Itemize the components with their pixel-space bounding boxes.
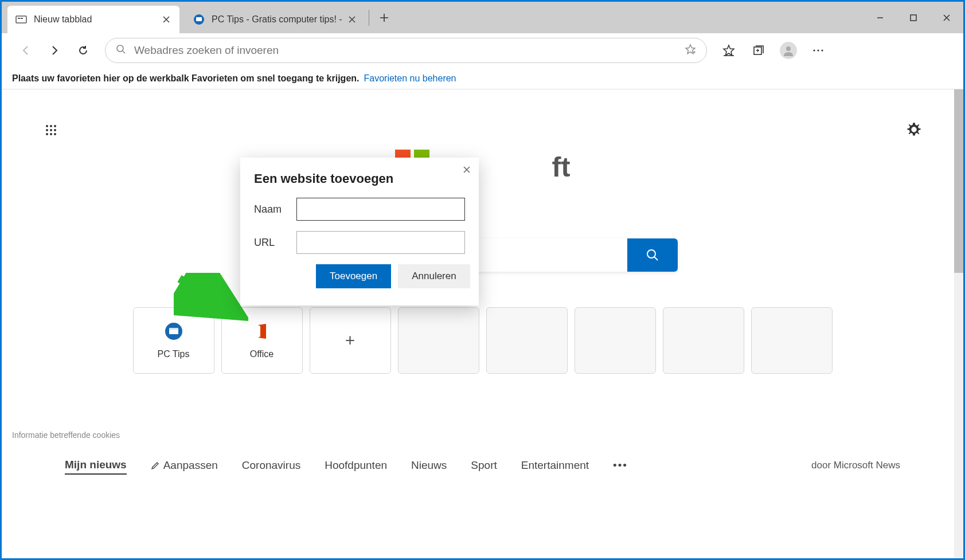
news-tab-mijnnieuws[interactable]: Mijn nieuws	[65, 456, 127, 475]
svg-rect-0	[16, 16, 26, 23]
pencil-icon	[151, 461, 160, 470]
svg-point-12	[46, 125, 48, 127]
collections-button[interactable]	[746, 38, 771, 63]
tab-close-icon[interactable]	[161, 14, 171, 25]
svg-point-15	[46, 129, 48, 131]
name-input[interactable]	[296, 198, 465, 221]
more-button[interactable]	[806, 38, 831, 63]
tab-icon-newtab	[15, 14, 27, 25]
add-button[interactable]: Toevoegen	[316, 264, 391, 288]
tab-newtab[interactable]: Nieuw tabblad	[7, 6, 179, 33]
favorites-bar: Plaats uw favorieten hier op de werkbalk…	[2, 68, 963, 89]
refresh-button[interactable]	[71, 38, 96, 63]
logo-text-fragment: ft	[552, 151, 571, 183]
tab-title: PC Tips - Gratis computer tips! -	[212, 14, 342, 25]
news-tab-aanpassen[interactable]: Aanpassen	[151, 457, 218, 474]
newtab-content: ft PC Tips Office +	[2, 89, 963, 558]
svg-point-8	[786, 46, 791, 51]
url-label: URL	[254, 237, 296, 249]
tile-empty[interactable]	[575, 307, 656, 374]
window-controls	[864, 6, 963, 29]
newtab-search-button[interactable]	[627, 238, 678, 272]
titlebar: Nieuw tabblad PC Tips - Gratis computer …	[2, 2, 963, 33]
svg-point-17	[54, 129, 56, 131]
tile-empty[interactable]	[398, 307, 479, 374]
svg-point-21	[647, 250, 655, 258]
svg-point-13	[50, 125, 52, 127]
svg-point-10	[817, 49, 819, 51]
dialog-title: Een website toevoegen	[254, 171, 465, 186]
scrollbar-track[interactable]	[954, 89, 963, 558]
cookie-info-link[interactable]: Informatie betreffende cookies	[12, 430, 120, 440]
favorites-message: Plaats uw favorieten hier op de werkbalk…	[12, 73, 360, 84]
tile-empty[interactable]	[663, 307, 744, 374]
url-input[interactable]	[296, 231, 465, 254]
plus-icon: +	[345, 331, 355, 350]
favorites-button[interactable]	[716, 38, 741, 63]
tile-icon-office	[252, 322, 272, 341]
svg-point-20	[54, 133, 56, 135]
address-input[interactable]	[134, 44, 685, 57]
maximize-button[interactable]	[897, 6, 930, 29]
scrollbar-thumb[interactable]	[954, 89, 963, 273]
news-tab-hoofdpunten[interactable]: Hoofdpunten	[325, 457, 387, 474]
tile-office[interactable]: Office	[221, 307, 303, 374]
tile-empty[interactable]	[486, 307, 568, 374]
svg-rect-1	[18, 18, 20, 19]
svg-point-6	[117, 45, 123, 52]
tab-separator	[369, 10, 369, 26]
news-tab-nieuws[interactable]: Nieuws	[411, 457, 447, 474]
news-nav: Mijn nieuws Aanpassen Coronavirus Hoofdp…	[2, 456, 963, 475]
svg-rect-2	[21, 18, 23, 19]
dialog-close-button[interactable]	[463, 166, 471, 176]
name-label: Naam	[254, 203, 296, 216]
forward-button[interactable]	[42, 38, 67, 63]
svg-point-14	[54, 125, 56, 127]
add-website-dialog: Een website toevoegen Naam URL Toevoegen…	[240, 158, 479, 306]
news-attribution: door Microsoft News	[811, 460, 900, 471]
tile-empty[interactable]	[751, 307, 833, 374]
tile-add-site[interactable]: +	[310, 307, 391, 374]
news-tab-coronavirus[interactable]: Coronavirus	[242, 457, 300, 474]
minimize-button[interactable]	[864, 6, 897, 29]
favorite-star-icon[interactable]	[685, 44, 696, 57]
avatar-icon	[780, 42, 797, 59]
navbar	[2, 33, 963, 68]
tab-title: Nieuw tabblad	[34, 14, 157, 25]
tile-pctips[interactable]: PC Tips	[133, 307, 214, 374]
address-bar[interactable]	[105, 38, 707, 63]
svg-point-19	[50, 133, 52, 135]
tab-close-icon[interactable]	[347, 14, 357, 25]
tile-label: PC Tips	[157, 349, 189, 359]
svg-point-18	[46, 133, 48, 135]
cancel-button[interactable]: Annuleren	[398, 264, 470, 288]
svg-point-16	[50, 129, 52, 131]
apps-grid-button[interactable]	[45, 124, 58, 138]
svg-rect-4	[196, 17, 202, 21]
tile-label: Office	[250, 349, 274, 359]
close-window-button[interactable]	[930, 6, 963, 29]
svg-rect-5	[911, 15, 916, 21]
manage-favorites-link[interactable]: Favorieten nu beheren	[364, 73, 456, 84]
search-icon	[116, 44, 126, 57]
svg-point-9	[813, 49, 815, 51]
tab-icon-pctips	[193, 14, 205, 25]
svg-rect-25	[169, 328, 178, 330]
svg-point-11	[821, 49, 823, 51]
quicklinks-tiles: PC Tips Office +	[133, 307, 833, 374]
new-tab-button[interactable]	[373, 6, 396, 29]
news-tab-sport[interactable]: Sport	[471, 457, 497, 474]
settings-gear-button[interactable]	[906, 122, 923, 139]
profile-button[interactable]	[776, 38, 801, 63]
tab-pctips[interactable]: PC Tips - Gratis computer tips! -	[185, 6, 365, 33]
news-tab-more[interactable]: •••	[613, 457, 628, 474]
news-tab-entertainment[interactable]: Entertainment	[521, 457, 589, 474]
back-button[interactable]	[13, 38, 38, 63]
tile-icon-pctips	[164, 322, 183, 341]
